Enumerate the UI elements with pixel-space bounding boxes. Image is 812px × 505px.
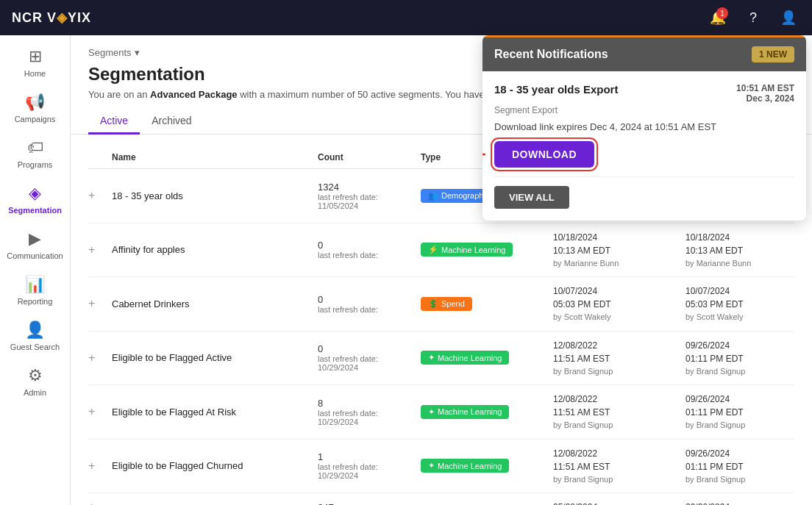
col-name: Name: [112, 152, 318, 162]
chevron-down-icon: ▾: [135, 47, 140, 58]
expand-icon[interactable]: +: [88, 459, 112, 473]
created-date: 12/08/202211:51 AM EST: [553, 339, 685, 365]
notification-body: 18 - 35 year olds Export 10:51 AM EST De…: [482, 71, 806, 221]
created-date: 05/08/2024: [553, 501, 685, 505]
notif-date: 10:51 AM EST Dec 3, 2024: [736, 83, 794, 104]
help-icon: ?: [749, 10, 757, 26]
sidebar-item-admin[interactable]: ⚙ Admin: [6, 360, 65, 403]
refresh-label: last refresh date:: [318, 409, 421, 418]
segment-name[interactable]: Cabernet Drinkers: [112, 298, 318, 309]
col-expand: [88, 152, 112, 162]
nav-right-icons: 🔔 1 ? 👤: [706, 6, 800, 29]
notif-time: 10:51 AM EST: [736, 83, 794, 93]
sidebar-label-communication: Communication: [7, 251, 63, 260]
notification-item-title: 18 - 35 year olds Export 10:51 AM EST De…: [494, 83, 794, 104]
communication-icon: ▶: [29, 229, 41, 248]
created-cell: 12/08/202211:51 AM EST by Brand Signup: [553, 339, 685, 378]
created-by: by Brand Signup: [553, 473, 685, 486]
segment-name[interactable]: Eligible to be Flagged Churned: [112, 460, 318, 471]
segment-name[interactable]: Affinity for apples: [112, 244, 318, 255]
segment-name[interactable]: Eligible to be Flagged At Risk: [112, 406, 318, 418]
count-number: 8: [318, 398, 421, 409]
sidebar-item-programs[interactable]: 🏷 Programs: [6, 132, 65, 175]
created-cell: 10/18/202410:13 AM EDT by Marianne Bunn: [553, 231, 685, 270]
edited-by: by Brand Signup: [685, 419, 812, 431]
count-number: 0: [318, 240, 421, 251]
type-badge-ml: ✦ Machine Learning: [421, 351, 509, 365]
created-by: by Marianne Bunn: [553, 257, 685, 270]
created-date: 12/08/202211:51 AM EST: [553, 447, 685, 473]
sidebar-item-reporting[interactable]: 📊 Reporting: [6, 269, 65, 312]
edited-by: by Brand Signup: [685, 365, 812, 378]
table-row: + Cabernet Drinkers 0 last refresh date:…: [88, 277, 794, 332]
count-cell: 0 last refresh date:: [318, 294, 421, 314]
edited-by: by Marianne Bunn: [685, 257, 812, 270]
count-cell: 247: [318, 502, 421, 506]
user-icon: 👤: [780, 10, 797, 26]
segmentation-icon: ◈: [29, 184, 41, 203]
tab-archived[interactable]: Archived: [140, 109, 203, 135]
guest-search-icon: 👤: [25, 320, 45, 340]
sidebar-item-segmentation[interactable]: ◈ Segmentation: [6, 178, 65, 221]
sidebar-item-home[interactable]: ⊞ Home: [6, 41, 65, 84]
edited-date: 09/26/2024: [685, 501, 812, 505]
type-label: Spend: [441, 299, 465, 308]
table-row: + Eligible to be Flagged At Risk 8 last …: [88, 385, 794, 440]
segment-name[interactable]: Eligible to be Flagged Active: [112, 352, 318, 363]
expand-icon[interactable]: +: [88, 297, 112, 310]
type-label: Machine Learning: [438, 462, 502, 470]
expand-icon[interactable]: +: [88, 405, 112, 418]
created-cell: 10/07/202405:03 PM EDT by Scott Wakely: [553, 284, 685, 323]
ml-icon: ✦: [428, 353, 435, 362]
table-row: + 247 05/08/2024 09/26/2024: [88, 493, 794, 505]
sidebar-item-communication[interactable]: ▶ Communication: [6, 223, 65, 266]
notifications-button[interactable]: 🔔 1: [706, 6, 730, 29]
type-cell: ✦ Machine Learning: [421, 351, 553, 365]
refresh-date: 10/29/2024: [318, 418, 421, 426]
type-cell: ✦ Machine Learning: [421, 405, 553, 419]
count-cell: 0 last refresh date:: [318, 240, 421, 259]
segment-name[interactable]: 18 - 35 year olds: [112, 190, 318, 201]
refresh-label: last refresh date:: [318, 251, 421, 259]
edited-date: 09/26/202401:11 PM EDT: [685, 393, 812, 419]
notification-badge: 1: [716, 7, 728, 19]
desc-prefix: You are on an: [88, 89, 150, 100]
type-cell: ✦ Machine Learning: [421, 459, 553, 473]
sidebar-item-guest-search[interactable]: 👤 Guest Search: [6, 315, 65, 357]
help-button[interactable]: ?: [741, 6, 765, 29]
spend-icon: 💲: [428, 299, 438, 309]
tab-active[interactable]: Active: [88, 109, 140, 135]
table-row: + Affinity for apples 0 last refresh dat…: [88, 223, 794, 278]
sidebar-item-campaigns[interactable]: 📢 Campaigns: [6, 87, 65, 129]
count-number: 1324: [318, 182, 421, 193]
refresh-date: 10/29/2024: [318, 471, 421, 480]
sidebar-label-reporting: Reporting: [18, 297, 53, 306]
count-cell: 1 last refresh date: 10/29/2024: [318, 451, 421, 480]
created-cell: 12/08/202211:51 AM EST by Brand Signup: [553, 447, 685, 486]
refresh-label: last refresh date:: [318, 462, 421, 471]
notification-subtitle: Segment Export: [494, 105, 794, 115]
sidebar-label-home: Home: [24, 69, 46, 78]
created-date: 12/08/202211:51 AM EST: [553, 393, 685, 419]
created-cell: 05/08/2024: [553, 501, 685, 505]
breadcrumb-segments[interactable]: Segments: [88, 47, 132, 58]
view-all-button[interactable]: VIEW ALL: [494, 186, 569, 209]
refresh-label: last refresh date:: [318, 354, 421, 363]
campaigns-icon: 📢: [25, 93, 45, 112]
type-badge-ml: ✦ Machine Learning: [421, 459, 509, 473]
type-label: Machine Learning: [438, 407, 502, 416]
expand-icon[interactable]: +: [88, 189, 112, 202]
ml-icon: ⚡: [428, 245, 438, 254]
notif-export-title: 18 - 35 year olds Export: [494, 83, 618, 96]
created-by: by Scott Wakely: [553, 311, 685, 323]
expire-text: Download link expires Dec 4, 2024 at 10:…: [494, 121, 794, 132]
expand-icon[interactable]: +: [88, 501, 112, 505]
user-button[interactable]: 👤: [777, 6, 800, 29]
count-cell: 0 last refresh date: 10/29/2024: [318, 343, 421, 372]
table-row: + Eligible to be Flagged Churned 1 last …: [88, 440, 794, 494]
logo-accent: ◈: [57, 10, 68, 25]
expand-icon[interactable]: +: [88, 351, 112, 365]
expand-icon[interactable]: +: [88, 243, 112, 257]
desc-mid: with a maximum number of 50 active segme…: [238, 89, 519, 100]
download-button[interactable]: DOWNLOAD: [494, 141, 594, 168]
